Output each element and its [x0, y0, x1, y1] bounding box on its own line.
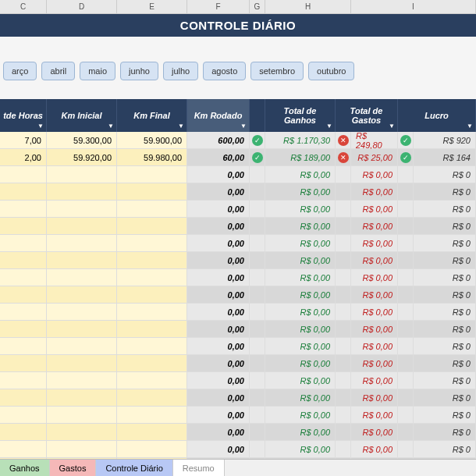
cell-km-final[interactable] — [117, 269, 187, 286]
cell-lucro[interactable]: R$ 0 — [414, 252, 476, 269]
cell-km-rodado[interactable]: 600,00 — [187, 132, 250, 149]
cell-km-final[interactable] — [117, 355, 187, 372]
col-letter[interactable]: G — [250, 0, 265, 13]
cell-lucro[interactable]: R$ 0 — [414, 441, 476, 458]
tab-gastos[interactable]: Gastos — [50, 460, 97, 476]
cell-ganhos[interactable]: R$ 0,00 — [265, 183, 336, 201]
cell-km-rodado[interactable]: 0,00 — [187, 372, 250, 389]
cell-km-rodado[interactable]: 0,00 — [187, 424, 250, 441]
cell-km-inicial[interactable] — [47, 389, 117, 407]
filter-dropdown-icon[interactable]: ▼ — [108, 123, 114, 130]
cell-km-rodado[interactable]: 0,00 — [187, 252, 250, 269]
cell-ganhos[interactable]: R$ 0,00 — [265, 201, 336, 218]
cell-lucro[interactable]: R$ 0 — [414, 218, 476, 235]
header-qtde-horas[interactable]: tde Horas▼ — [0, 99, 47, 132]
cell-ganhos[interactable]: R$ 0,00 — [265, 304, 336, 321]
cell-lucro[interactable]: R$ 0 — [414, 166, 476, 183]
cell-horas[interactable] — [0, 407, 47, 424]
filter-dropdown-icon[interactable]: ▼ — [326, 123, 332, 130]
cell-km-rodado[interactable]: 0,00 — [187, 304, 250, 321]
cell-km-inicial[interactable] — [47, 183, 117, 201]
cell-km-final[interactable] — [117, 166, 187, 183]
cell-gastos[interactable]: R$ 0,00 — [351, 441, 398, 458]
cell-km-rodado[interactable]: 0,00 — [187, 269, 250, 286]
cell-gastos[interactable]: R$ 249,80 — [351, 132, 398, 149]
cell-gastos[interactable]: R$ 25,00 — [351, 149, 398, 166]
cell-gastos[interactable]: R$ 0,00 — [351, 355, 398, 372]
cell-lucro[interactable]: R$ 164 — [414, 149, 476, 166]
cell-km-rodado[interactable]: 0,00 — [187, 235, 250, 252]
cell-km-final[interactable] — [117, 424, 187, 441]
cell-gastos[interactable]: R$ 0,00 — [351, 372, 398, 389]
cell-lucro[interactable]: R$ 0 — [414, 269, 476, 286]
cell-lucro[interactable]: R$ 0 — [414, 407, 476, 424]
cell-km-final[interactable] — [117, 304, 187, 321]
cell-km-final[interactable] — [117, 389, 187, 407]
cell-km-rodado[interactable]: 0,00 — [187, 183, 250, 201]
filter-dropdown-icon[interactable]: ▼ — [178, 123, 184, 130]
header-total-gastos[interactable]: Total de Gastos▼ — [336, 99, 398, 132]
cell-km-inicial[interactable] — [47, 424, 117, 441]
cell-gastos[interactable]: R$ 0,00 — [351, 389, 398, 407]
cell-gastos[interactable]: R$ 0,00 — [351, 286, 398, 304]
cell-lucro[interactable]: R$ 0 — [414, 286, 476, 304]
col-letter[interactable]: E — [117, 0, 187, 13]
cell-km-final[interactable] — [117, 201, 187, 218]
cell-gastos[interactable]: R$ 0,00 — [351, 304, 398, 321]
cell-lucro[interactable]: R$ 0 — [414, 355, 476, 372]
cell-ganhos[interactable]: R$ 0,00 — [265, 269, 336, 286]
cell-horas[interactable] — [0, 338, 47, 355]
cell-km-final[interactable]: 59.980,00 — [117, 149, 187, 166]
cell-horas[interactable] — [0, 424, 47, 441]
cell-horas[interactable] — [0, 235, 47, 252]
cell-ganhos[interactable]: R$ 0,00 — [265, 441, 336, 458]
cell-lucro[interactable]: R$ 0 — [414, 235, 476, 252]
cell-km-inicial[interactable] — [47, 407, 117, 424]
cell-km-rodado[interactable]: 0,00 — [187, 166, 250, 183]
cell-km-rodado[interactable]: 0,00 — [187, 441, 250, 458]
month-button[interactable]: julho — [163, 62, 198, 80]
cell-horas[interactable] — [0, 372, 47, 389]
month-button[interactable]: arço — [3, 62, 37, 80]
cell-km-inicial[interactable] — [47, 372, 117, 389]
cell-km-inicial[interactable] — [47, 201, 117, 218]
cell-km-final[interactable] — [117, 372, 187, 389]
cell-ganhos[interactable]: R$ 1.170,30 — [265, 132, 336, 149]
cell-km-final[interactable] — [117, 252, 187, 269]
month-button[interactable]: maio — [80, 62, 115, 80]
cell-ganhos[interactable]: R$ 0,00 — [265, 321, 336, 338]
cell-km-final[interactable] — [117, 218, 187, 235]
cell-km-rodado[interactable]: 0,00 — [187, 321, 250, 338]
month-button[interactable]: outubro — [308, 62, 354, 80]
cell-km-final[interactable] — [117, 286, 187, 304]
cell-km-inicial[interactable] — [47, 355, 117, 372]
cell-km-inicial[interactable]: 59.300,00 — [47, 132, 117, 149]
cell-gastos[interactable]: R$ 0,00 — [351, 183, 398, 201]
cell-ganhos[interactable]: R$ 0,00 — [265, 218, 336, 235]
cell-lucro[interactable]: R$ 920 — [414, 132, 476, 149]
cell-horas[interactable]: 7,00 — [0, 132, 47, 149]
cell-km-final[interactable] — [117, 183, 187, 201]
cell-horas[interactable] — [0, 304, 47, 321]
col-letter[interactable]: I — [351, 0, 476, 13]
cell-ganhos[interactable]: R$ 0,00 — [265, 286, 336, 304]
cell-horas[interactable] — [0, 252, 47, 269]
cell-km-inicial[interactable] — [47, 321, 117, 338]
cell-ganhos[interactable]: R$ 0,00 — [265, 389, 336, 407]
cell-gastos[interactable]: R$ 0,00 — [351, 218, 398, 235]
cell-km-rodado[interactable]: 0,00 — [187, 355, 250, 372]
month-button[interactable]: agosto — [203, 62, 246, 80]
cell-horas[interactable] — [0, 286, 47, 304]
cell-km-inicial[interactable] — [47, 269, 117, 286]
cell-lucro[interactable]: R$ 0 — [414, 338, 476, 355]
cell-horas[interactable] — [0, 166, 47, 183]
cell-km-rodado[interactable]: 0,00 — [187, 407, 250, 424]
tab-resumo[interactable]: Resumo — [173, 460, 225, 476]
cell-km-final[interactable] — [117, 235, 187, 252]
filter-dropdown-icon[interactable]: ▼ — [389, 123, 395, 130]
header-km-final[interactable]: Km Final▼ — [117, 99, 187, 132]
filter-dropdown-icon[interactable]: ▼ — [467, 123, 473, 130]
cell-km-final[interactable] — [117, 441, 187, 458]
cell-gastos[interactable]: R$ 0,00 — [351, 321, 398, 338]
cell-lucro[interactable]: R$ 0 — [414, 201, 476, 218]
